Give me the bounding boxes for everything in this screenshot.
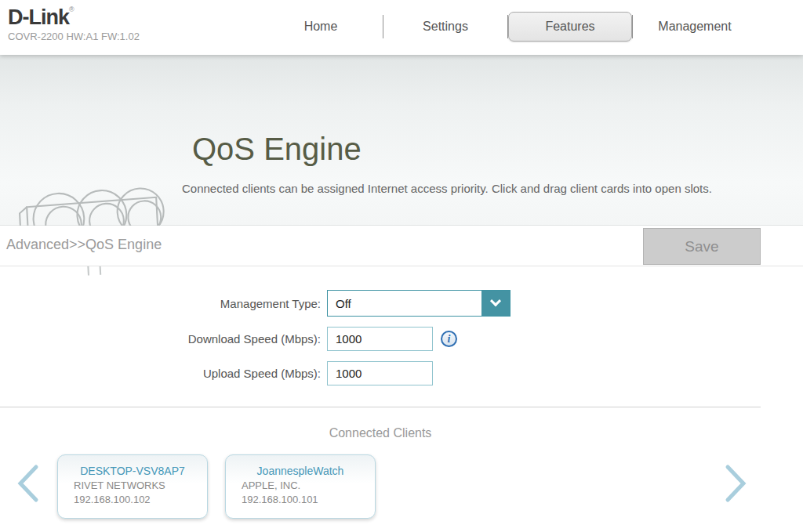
next-clients-button[interactable]	[725, 464, 748, 506]
download-speed-row: Download Speed (Mbps): i	[0, 327, 803, 351]
qos-form: Management Type: Off Download Speed (Mbp…	[0, 290, 803, 385]
client-name: DESKTOP-VSV8AP7	[58, 465, 207, 477]
client-name: JoannespleWatch	[226, 465, 375, 477]
client-cards-row: DESKTOP-VSV8AP7 RIVET NETWORKS 192.168.1…	[0, 454, 803, 532]
client-ip: 192.168.100.101	[242, 494, 375, 505]
prev-clients-button[interactable]	[16, 464, 39, 506]
breadcrumb-bar: Advanced>>QoS Engine Save	[0, 226, 803, 266]
nav-item-settings[interactable]: Settings	[383, 13, 507, 41]
management-type-select[interactable]: Off	[327, 290, 511, 317]
download-speed-input[interactable]	[327, 327, 433, 351]
client-vendor: RIVET NETWORKS	[74, 480, 207, 491]
nav-item-management[interactable]: Management	[633, 13, 757, 41]
page-banner: QoS Engine Connected clients can be assi…	[0, 55, 803, 226]
nav-item-features[interactable]: Features	[508, 12, 632, 42]
section-divider	[0, 407, 761, 407]
select-dropdown-button[interactable]	[481, 291, 510, 316]
page-title: QoS Engine	[192, 132, 362, 167]
client-vendor: APPLE, INC.	[242, 480, 375, 491]
nav-item-home[interactable]: Home	[259, 13, 383, 41]
chevron-down-icon	[490, 295, 501, 306]
management-type-value: Off	[328, 297, 351, 310]
dlink-logo-text: D-Link®	[8, 6, 140, 30]
management-type-row: Management Type: Off	[0, 290, 803, 317]
client-ip: 192.168.100.102	[74, 494, 207, 505]
chevron-right-icon	[725, 464, 748, 503]
info-icon[interactable]: i	[441, 331, 457, 347]
breadcrumb: Advanced>>QoS Engine	[6, 237, 162, 253]
upload-speed-row: Upload Speed (Mbps):	[0, 361, 803, 385]
management-type-label: Management Type:	[0, 297, 327, 310]
client-card[interactable]: DESKTOP-VSV8AP7 RIVET NETWORKS 192.168.1…	[57, 454, 208, 519]
client-card[interactable]: JoannespleWatch APPLE, INC. 192.168.100.…	[225, 454, 376, 519]
main-nav: Home Settings Features Management	[259, 12, 757, 42]
registered-mark: ®	[69, 5, 74, 13]
save-button[interactable]: Save	[643, 228, 761, 265]
download-speed-label: Download Speed (Mbps):	[0, 332, 327, 346]
page-description: Connected clients can be assigned Intern…	[182, 182, 712, 195]
device-model-label: COVR-2200 HW:A1 FW:1.02	[8, 31, 140, 42]
top-bar: D-Link® COVR-2200 HW:A1 FW:1.02 Home Set…	[0, 0, 803, 55]
dlink-logo: D-Link® COVR-2200 HW:A1 FW:1.02	[8, 6, 140, 42]
upload-speed-input[interactable]	[327, 361, 433, 385]
upload-speed-label: Upload Speed (Mbps):	[0, 367, 327, 380]
chevron-left-icon	[16, 464, 39, 503]
connected-clients-heading: Connected Clients	[0, 426, 761, 440]
